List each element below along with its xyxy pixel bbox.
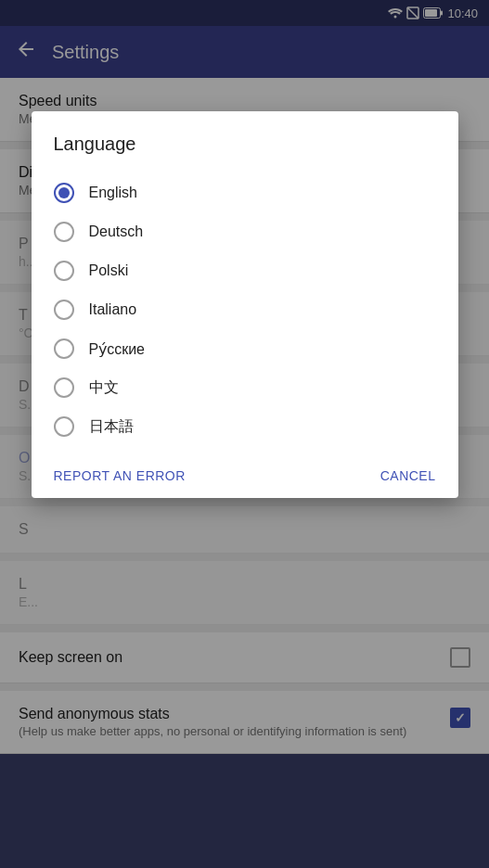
language-option-russian[interactable]: Ру́сские [54, 329, 436, 368]
language-label-polski: Polski [89, 262, 129, 279]
radio-deutsch[interactable] [54, 222, 74, 242]
radio-english[interactable] [54, 183, 74, 203]
language-option-italiano[interactable]: Italiano [54, 290, 436, 329]
radio-polski[interactable] [54, 261, 74, 281]
language-label-chinese: 中文 [89, 378, 119, 398]
dialog-title: Language [54, 134, 436, 155]
language-label-italiano: Italiano [89, 301, 137, 318]
language-option-english[interactable]: English [54, 173, 436, 212]
radio-japanese[interactable] [54, 416, 74, 437]
language-option-chinese[interactable]: 中文 [54, 368, 436, 407]
dialog-actions: REPORT AN ERROR CANCEL [54, 453, 436, 491]
report-error-button[interactable]: REPORT AN ERROR [54, 468, 186, 483]
language-label-deutsch: Deutsch [89, 223, 144, 240]
language-label-japanese: 日本語 [89, 417, 134, 437]
dialog-overlay: Language English Deutsch Polski Italiano… [0, 0, 489, 868]
language-option-polski[interactable]: Polski [54, 251, 436, 290]
radio-russian[interactable] [54, 338, 74, 359]
language-label-russian: Ру́сские [89, 340, 146, 358]
language-label-english: English [89, 185, 137, 201]
radio-chinese[interactable] [54, 377, 74, 398]
cancel-button[interactable]: CANCEL [380, 468, 436, 483]
language-option-japanese[interactable]: 日本語 [54, 407, 436, 446]
language-option-deutsch[interactable]: Deutsch [54, 212, 436, 251]
language-dialog: Language English Deutsch Polski Italiano… [32, 111, 458, 498]
radio-italiano[interactable] [54, 300, 74, 320]
